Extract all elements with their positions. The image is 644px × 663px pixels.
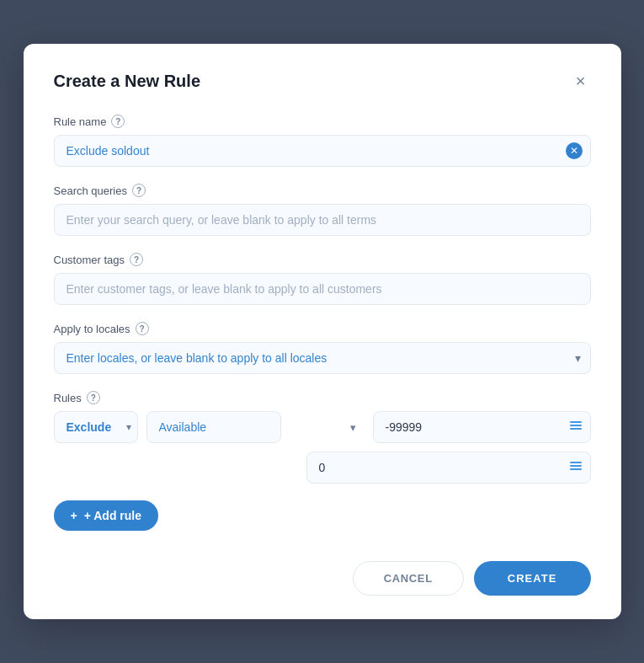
search-queries-group: Search queries ? [54, 184, 591, 236]
modal-title: Create a New Rule [54, 72, 201, 91]
rule-row-1: Exclude Include Available Price Inventor… [54, 411, 591, 443]
rule-action-select[interactable]: Exclude Include [54, 411, 138, 443]
add-rule-plus-icon: + [71, 509, 77, 522]
add-rule-button[interactable]: + + Add rule [54, 500, 159, 531]
rule-name-group: Rule name ? ✕ [54, 115, 591, 167]
search-queries-input[interactable] [54, 204, 591, 236]
rule-value1-wrapper [373, 411, 591, 443]
cancel-button[interactable]: CANCEL [353, 561, 464, 596]
rule-value1-input[interactable] [373, 411, 591, 443]
svg-rect-3 [570, 462, 582, 463]
apply-to-locales-wrapper: Enter locales, or leave blank to apply t… [54, 342, 591, 374]
modal-dialog: Create a New Rule × Rule name ? ✕ Search… [24, 44, 621, 619]
modal-overlay: Create a New Rule × Rule name ? ✕ Search… [0, 0, 644, 663]
rule-name-input[interactable] [54, 135, 591, 167]
svg-rect-4 [570, 465, 582, 467]
search-queries-label: Search queries ? [54, 184, 591, 197]
rules-section: Rules ? Exclude Include Available Price … [54, 391, 591, 484]
clear-rule-name-button[interactable]: ✕ [566, 142, 583, 159]
customer-tags-label: Customer tags ? [54, 253, 591, 266]
svg-rect-1 [570, 425, 582, 426]
modal-footer: CANCEL CREATE [54, 554, 591, 596]
rule-value2-wrapper [306, 452, 591, 484]
customer-tags-help-icon: ? [130, 253, 143, 266]
svg-rect-5 [570, 468, 582, 470]
apply-to-locales-select[interactable]: Enter locales, or leave blank to apply t… [54, 342, 591, 374]
rule-name-input-wrapper: ✕ [54, 135, 591, 167]
rule-name-label: Rule name ? [54, 115, 591, 128]
customer-tags-input[interactable] [54, 273, 591, 305]
add-rule-label: + Add rule [84, 509, 141, 522]
rule-condition-select[interactable]: Available Price Inventory [146, 411, 281, 443]
rule-value1-icon-button[interactable] [567, 417, 584, 437]
modal-header: Create a New Rule × [54, 71, 591, 91]
apply-to-locales-group: Apply to locales ? Enter locales, or lea… [54, 322, 591, 374]
customer-tags-group: Customer tags ? [54, 253, 591, 305]
rule-value2-input[interactable] [306, 452, 591, 484]
close-button[interactable]: × [571, 71, 591, 91]
svg-rect-0 [570, 421, 582, 423]
search-queries-help-icon: ? [132, 184, 146, 197]
apply-to-locales-help-icon: ? [136, 322, 149, 335]
rule-name-help-icon: ? [111, 115, 125, 128]
create-button[interactable]: CREATE [474, 561, 591, 596]
rules-label: Rules ? [54, 391, 591, 404]
rule-row-2 [306, 452, 591, 484]
rules-help-icon: ? [87, 391, 100, 404]
rule-action-wrapper: Exclude Include [54, 411, 138, 443]
rule-value2-icon-button[interactable] [567, 457, 584, 478]
svg-rect-2 [570, 428, 582, 430]
apply-to-locales-label: Apply to locales ? [54, 322, 591, 335]
rule-condition-wrapper: Available Price Inventory [146, 411, 365, 443]
